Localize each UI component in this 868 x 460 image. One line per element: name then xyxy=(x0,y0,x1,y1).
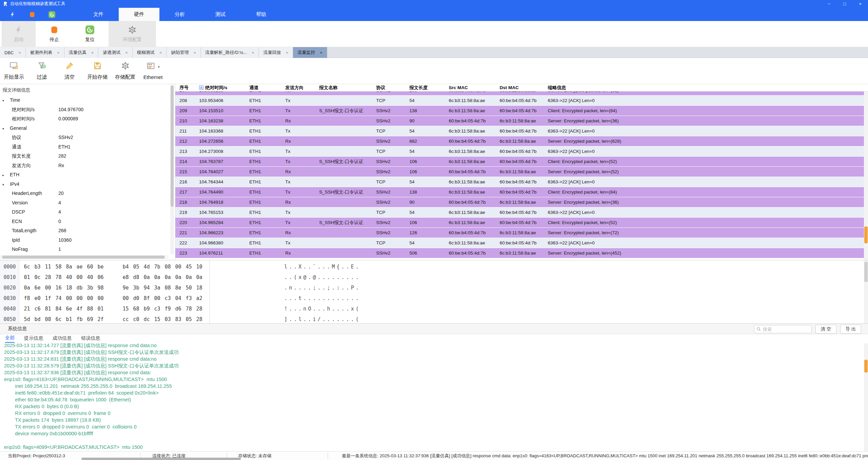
doc-tab[interactable]: DBC× xyxy=(0,47,26,58)
column-header[interactable]: Dst MAC xyxy=(496,84,544,91)
menu-item[interactable]: 分析 xyxy=(159,8,200,21)
capture-button[interactable]: 过滤 xyxy=(28,58,56,84)
chevron-down-icon[interactable]: ▾ xyxy=(2,96,10,105)
table-row[interactable]: 210104.163238ETH1RxSSHv29060:be:b4:05:4d… xyxy=(175,116,868,126)
scrollbar-thumb[interactable] xyxy=(864,226,868,243)
table-row[interactable]: 214104.763787ETH1TxS_SSH报文-口令认证SSHv21066… xyxy=(175,157,868,167)
tree-section-header[interactable]: ▾General xyxy=(0,124,175,133)
table-row[interactable]: 213104.273008ETH1TxTCP546c:b3:11:58:8a:a… xyxy=(175,146,868,157)
tree-row[interactable]: 绝对时间/s104.976700 xyxy=(0,105,175,115)
filter-tab[interactable]: 提示信息 xyxy=(24,335,43,342)
tree-row[interactable]: 通道ETH1 xyxy=(0,142,175,152)
reset-icon[interactable] xyxy=(48,11,56,18)
table-row[interactable]: 208103.953406ETH1TxTCP546c:b3:11:58:8a:a… xyxy=(175,96,868,106)
doc-tab[interactable]: 被测件列表× xyxy=(26,47,64,58)
close-icon[interactable]: × xyxy=(159,50,162,55)
table-row[interactable]: 207103.953265ETH1RxSSHv210660:be:b4:05:4… xyxy=(175,92,868,96)
minimize-button[interactable]: − xyxy=(821,0,837,8)
hex-vertical-scrollbar[interactable] xyxy=(864,260,868,324)
stop-icon[interactable] xyxy=(28,11,36,18)
column-header[interactable]: Src MAC xyxy=(445,84,496,91)
column-header[interactable]: 序号 xyxy=(175,84,195,91)
doc-tab[interactable]: 流量监控× xyxy=(293,47,327,58)
tree-row[interactable]: Version4 xyxy=(0,198,175,208)
close-icon[interactable]: × xyxy=(57,50,60,55)
close-icon[interactable]: × xyxy=(91,50,94,55)
column-header[interactable]: A绝对时间/s xyxy=(195,84,245,91)
capture-button[interactable]: ▾Ethernet xyxy=(139,58,167,84)
column-header[interactable]: 发送方向 xyxy=(281,84,315,91)
table-row[interactable]: 215104.764027ETH1RxSSHv210660:be:b4:05:4… xyxy=(175,167,868,177)
doc-tab[interactable]: 缺陷管理× xyxy=(167,47,201,58)
tree-row[interactable]: 协议SSHv2 xyxy=(0,133,175,142)
capture-button[interactable]: 存储配置 xyxy=(111,58,139,84)
table-row[interactable]: 216104.764344ETH1TxTCP546c:b3:11:58:8a:a… xyxy=(175,177,868,187)
filter-tab[interactable]: 全部 xyxy=(5,335,15,343)
chevron-down-icon[interactable]: ▾ xyxy=(2,124,10,134)
capture-button[interactable]: 开始显示 xyxy=(0,58,28,84)
ribbon-button[interactable]: 停止 xyxy=(37,21,71,47)
ribbon-button[interactable]: 复位 xyxy=(73,21,107,47)
tree-row[interactable]: NoFrag1 xyxy=(0,245,175,254)
table-row[interactable]: 211104.163368ETH1TxTCP546c:b3:11:58:8a:a… xyxy=(175,126,868,136)
clear-log-button[interactable]: 清 空 xyxy=(815,325,836,334)
tree-row[interactable]: DSCP4 xyxy=(0,207,175,217)
table-row[interactable]: 220104.965284ETH1TxS_SSH报文-口令认证SSHv21066… xyxy=(175,218,868,228)
menu-item[interactable]: 文件 xyxy=(78,8,119,21)
scrollbar-thumb[interactable] xyxy=(2,256,165,259)
close-button[interactable]: × xyxy=(852,0,868,8)
close-icon[interactable]: × xyxy=(125,50,128,55)
table-row[interactable]: 217104.764490ETH1TxS_SSH报文-口令认证SSHv21386… xyxy=(175,187,868,197)
detail-horizontal-scrollbar[interactable] xyxy=(0,255,169,259)
chevron-right-icon[interactable]: ▸ xyxy=(2,171,10,180)
close-icon[interactable]: × xyxy=(252,50,254,55)
table-vertical-scrollbar[interactable] xyxy=(864,84,868,260)
lightning-icon[interactable] xyxy=(9,11,16,18)
table-row[interactable]: 222104.966380ETH1TxTCP546c:b3:11:58:8a:a… xyxy=(175,238,868,248)
tree-row[interactable]: 报文长度282 xyxy=(0,152,175,161)
tree-section-header[interactable]: ▾Time xyxy=(0,96,175,105)
filter-tab[interactable]: 错误信息 xyxy=(81,335,100,342)
menu-item[interactable]: 测试 xyxy=(200,8,241,21)
tree-row[interactable]: IpId10360 xyxy=(0,236,175,245)
log-vertical-scrollbar[interactable] xyxy=(864,343,868,451)
table-row[interactable]: 209104.153510ETH1TxS_SSH报文-口令认证SSHv21386… xyxy=(175,106,868,116)
table-row[interactable]: 219104.765153ETH1TxTCP546c:b3:11:58:8a:a… xyxy=(175,207,868,218)
column-header[interactable]: 通道 xyxy=(245,84,281,91)
column-header[interactable]: 协议 xyxy=(372,84,405,91)
scrollbar-thumb[interactable] xyxy=(864,262,868,282)
scrollbar-thumb[interactable] xyxy=(171,85,174,207)
menu-item[interactable]: 帮助 xyxy=(241,8,282,21)
doc-tab[interactable]: 流量回放× xyxy=(259,47,293,58)
tree-row[interactable]: TotalLength268 xyxy=(0,226,175,236)
search-input[interactable] xyxy=(763,327,810,332)
doc-tab[interactable]: 流量仿真× xyxy=(64,47,99,58)
tree-row[interactable]: 相对时间/s0.000089 xyxy=(0,114,175,124)
tree-section-header[interactable]: ▾IPv4 xyxy=(0,180,175,189)
search-box[interactable] xyxy=(754,325,812,333)
tree-row[interactable]: ECN0 xyxy=(0,217,175,226)
tree-row[interactable]: HeaderLength20 xyxy=(0,189,175,198)
table-row[interactable]: 221104.966223ETH1RxSSHv212660:be:b4:05:4… xyxy=(175,228,868,238)
chevron-down-icon[interactable]: ▾ xyxy=(158,65,160,69)
tree-row[interactable]: 发送方向Rx xyxy=(0,161,175,171)
capture-button[interactable]: 开始存储 xyxy=(83,58,111,84)
export-log-button[interactable]: 导 出 xyxy=(840,325,861,334)
doc-tab[interactable]: 模糊测试× xyxy=(133,47,167,58)
close-icon[interactable]: × xyxy=(193,50,196,55)
table-row[interactable]: 212104.272656ETH1RxSSHv268260:be:b4:05:4… xyxy=(175,136,868,146)
bottom-horizontal-scrollbar[interactable] xyxy=(81,458,241,460)
column-header[interactable]: 报文长度 xyxy=(405,84,445,91)
close-icon[interactable]: × xyxy=(320,50,323,55)
menu-item[interactable]: 硬件 xyxy=(119,8,159,21)
chevron-down-icon[interactable]: ▾ xyxy=(2,180,10,189)
detail-vertical-scrollbar[interactable] xyxy=(170,85,174,254)
close-icon[interactable]: × xyxy=(286,50,288,55)
column-header[interactable]: 报文名称 xyxy=(315,84,372,91)
filter-tab[interactable]: 成功信息 xyxy=(53,335,72,342)
capture-button[interactable]: 清空 xyxy=(56,58,83,84)
doc-tab[interactable]: 流量解析_路径/D:\s...× xyxy=(201,47,259,58)
doc-tab[interactable]: 渗透测试× xyxy=(98,47,133,58)
tree-section-header[interactable]: ▸ETH xyxy=(0,170,175,180)
table-row[interactable]: 218104.764918ETH1RxSSHv29060:be:b4:05:4d… xyxy=(175,197,868,207)
